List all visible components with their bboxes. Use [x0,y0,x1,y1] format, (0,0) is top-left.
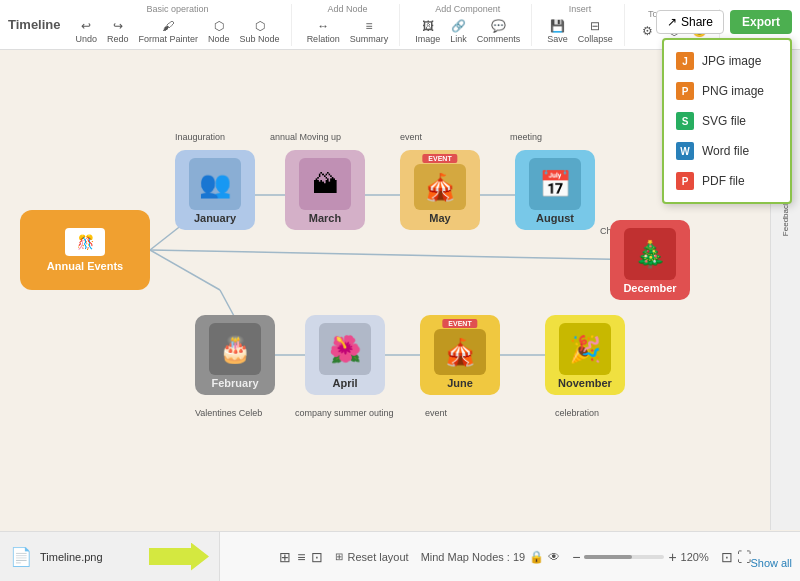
format-painter-button[interactable]: 🖌Format Painter [136,16,202,46]
june-node[interactable]: EVENT 🎪 June [420,315,500,395]
export-word-label: Word file [702,144,749,158]
save-button[interactable]: 💾Save [544,16,571,46]
summary-button[interactable]: ≡Summary [347,16,392,46]
download-arrow [149,543,209,571]
central-node-icon: 🎊 [65,228,105,256]
august-label: August [536,212,574,224]
add-component-icons: 🖼Image 🔗Link 💬Comments [412,16,523,46]
central-node-label: Annual Events [47,260,123,272]
feedback-label: Feedback [781,201,790,236]
bottom-bar: 📄 Timeline.png ⊞ ≡ ⊡ ⊞ Reset layout Mind… [0,531,800,581]
may-event-badge: EVENT [422,154,457,163]
reset-icon: ⊞ [335,551,343,562]
august-node[interactable]: 📅 August [515,150,595,230]
zoom-out-icon[interactable]: − [572,549,580,565]
reset-layout-control: ⊞ Reset layout [335,551,408,563]
relation-button[interactable]: ↔Relation [304,16,343,46]
march-node[interactable]: 🏔 March [285,150,365,230]
april-icon: 🌺 [319,323,371,375]
april-label: April [332,377,357,389]
add-node-label: Add Node [327,4,367,14]
fullscreen-icon[interactable]: ⛶ [737,549,751,565]
comments-button[interactable]: 💬Comments [474,16,524,46]
share-icon: ↗ [667,15,677,29]
reset-layout-label: Reset layout [347,551,408,563]
may-icon: 🎪 [414,164,466,210]
export-pdf-label: PDF file [702,174,745,188]
add-component-label: Add Component [435,4,500,14]
insert-label: Insert [569,4,592,14]
tool-icon1: ⚙ [640,23,656,39]
november-label: November [558,377,612,389]
pdf-icon: P [676,172,694,190]
png-icon: P [676,82,694,100]
list-icon[interactable]: ≡ [297,549,305,565]
export-png-label: PNG image [702,84,764,98]
export-png-item[interactable]: P PNG image [664,76,790,106]
basic-operation-label: Basic operation [147,4,209,14]
export-word-item[interactable]: W Word file [664,136,790,166]
image-button[interactable]: 🖼Image [412,16,443,46]
app-title: Timeline [8,17,61,32]
svg-line-6 [150,250,220,290]
february-node[interactable]: 🎂 February [195,315,275,395]
show-all-button[interactable]: Show all [750,557,792,569]
node-button[interactable]: ⬡Node [205,16,233,46]
add-node-icons: ↔Relation ≡Summary [304,16,392,46]
august-icon: 📅 [529,158,581,210]
format-painter-icon: 🖌 [160,18,176,34]
save-icon: 💾 [549,18,565,34]
link-button[interactable]: 🔗Link [447,16,470,46]
january-icon: 👥 [189,158,241,210]
basic-operation-section: Basic operation ↩Undo ↪Redo 🖌Format Pain… [73,4,292,46]
add-node-section: Add Node ↔Relation ≡Summary [304,4,401,46]
add-component-section: Add Component 🖼Image 🔗Link 💬Comments [412,4,532,46]
mind-map-nodes-info: Mind Map Nodes : 19 🔒 👁 [421,550,561,564]
may-node[interactable]: EVENT 🎪 May [400,150,480,230]
zoom-slider[interactable] [584,555,664,559]
february-label: February [211,377,258,389]
export-pdf-item[interactable]: P PDF file [664,166,790,196]
event-jun-label: event [425,408,447,418]
layout-icon[interactable]: ⊡ [311,549,323,565]
collapse-button[interactable]: ⊟Collapse [575,16,616,46]
november-node[interactable]: 🎉 November [545,315,625,395]
march-label: March [309,212,341,224]
download-filename: Timeline.png [40,551,103,563]
comments-icon: 💬 [490,18,506,34]
may-label: May [429,212,450,224]
fit-view-icon[interactable]: ⊡ [721,549,733,565]
bottom-left-icons: ⊞ ≡ ⊡ [279,549,323,565]
redo-button[interactable]: ↪Redo [104,16,132,46]
word-icon: W [676,142,694,160]
export-svg-item[interactable]: S SVG file [664,106,790,136]
january-node[interactable]: 👥 January [175,150,255,230]
link-icon: 🔗 [450,18,466,34]
central-node[interactable]: 🎊 Annual Events [20,210,150,290]
view-mode-controls: ⊡ ⛶ [721,549,751,565]
insert-icons: 💾Save ⊟Collapse [544,16,616,46]
export-dropdown: J JPG image P PNG image S SVG file W Wor… [662,38,792,204]
december-node[interactable]: 🎄 December [610,220,690,300]
april-node[interactable]: 🌺 April [305,315,385,395]
december-label: December [623,282,676,294]
info-icon: 🔒 [529,550,544,564]
export-jpg-item[interactable]: J JPG image [664,46,790,76]
undo-button[interactable]: ↩Undo [73,16,101,46]
june-label: June [447,377,473,389]
december-icon: 🎄 [624,228,676,280]
meeting-label: meeting [510,132,542,142]
sub-node-button[interactable]: ⬡Sub Node [237,16,283,46]
image-icon: 🖼 [420,18,436,34]
event-may-label: event [400,132,422,142]
jpg-icon: J [676,52,694,70]
share-button[interactable]: ↗ Share [656,10,724,34]
grid-icon[interactable]: ⊞ [279,549,291,565]
zoom-control: − + 120% [572,549,709,565]
zoom-in-icon[interactable]: + [668,549,676,565]
mind-map-nodes-label: Mind Map Nodes : 19 [421,551,526,563]
top-right-actions: ↗ Share Export [656,10,792,34]
eye-icon: 👁 [548,550,560,564]
january-label: January [194,212,236,224]
export-button[interactable]: Export [730,10,792,34]
